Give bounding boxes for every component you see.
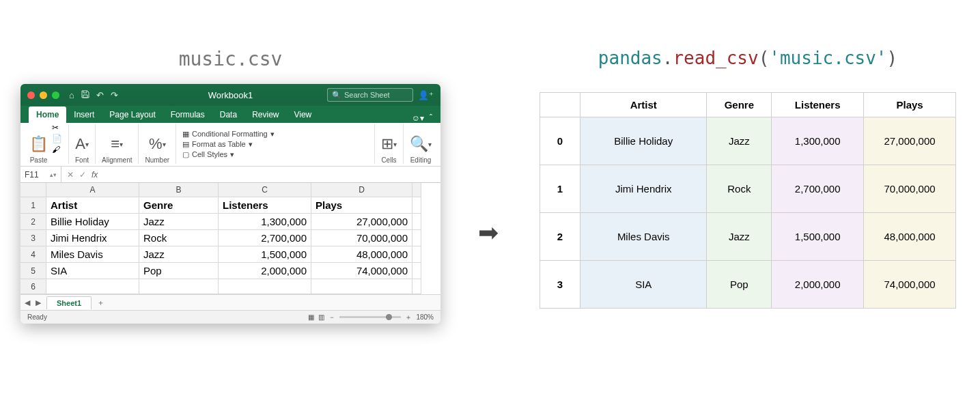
row-header[interactable]: 2 xyxy=(20,214,46,230)
cell[interactable]: Genre xyxy=(139,197,219,214)
accept-formula-icon[interactable]: ✓ xyxy=(79,170,86,180)
normal-view-icon[interactable]: ▦ xyxy=(308,313,314,321)
tab-formulas[interactable]: Formulas xyxy=(163,106,212,123)
cell[interactable] xyxy=(139,279,219,294)
cut-icon[interactable]: ✂ xyxy=(52,123,62,132)
cell[interactable]: Miles Davis xyxy=(46,246,139,263)
font-icon[interactable]: A▾ xyxy=(75,133,89,155)
zoom-slider[interactable] xyxy=(339,316,401,318)
cell[interactable]: Jimi Hendrix xyxy=(46,230,139,246)
paste-label: Paste xyxy=(30,156,48,164)
cells-label: Cells xyxy=(381,156,396,164)
sheet-nav-next-icon[interactable]: ▶ xyxy=(36,298,41,307)
minimize-icon[interactable] xyxy=(40,91,47,99)
format-painter-icon[interactable]: 🖌 xyxy=(52,145,62,154)
search-sheet-input[interactable]: 🔍 Search Sheet xyxy=(327,88,413,102)
share-icon[interactable]: ☺▾ xyxy=(412,113,424,123)
df-cell: 1,300,000 xyxy=(772,117,864,165)
cell[interactable]: Billie Holiday xyxy=(46,214,139,230)
select-all-corner[interactable] xyxy=(20,183,46,197)
tab-page-layout[interactable]: Page Layout xyxy=(102,106,163,123)
col-header-a[interactable]: A xyxy=(46,183,139,197)
cell[interactable] xyxy=(412,263,421,279)
df-cell: SIA xyxy=(580,261,707,309)
copy-icon[interactable]: 📄 xyxy=(52,134,62,143)
cell[interactable]: Artist xyxy=(46,197,139,214)
font-label: Font xyxy=(75,156,89,164)
spreadsheet-grid[interactable]: A B C D 1 Artist Genre Listeners Plays 2… xyxy=(20,183,440,294)
status-bar: Ready ▦ ▥ － ＋ 180% xyxy=(20,310,440,324)
tab-home[interactable]: Home xyxy=(29,106,66,123)
save-icon[interactable] xyxy=(81,90,89,100)
cell[interactable]: Pop xyxy=(139,263,219,279)
cell[interactable]: 27,000,000 xyxy=(311,214,412,230)
cell[interactable]: Listeners xyxy=(219,197,311,214)
cell[interactable] xyxy=(412,214,421,230)
tab-data[interactable]: Data xyxy=(212,106,244,123)
user-icon[interactable]: 👤⁺ xyxy=(418,90,434,100)
redo-icon[interactable]: ↷ xyxy=(111,90,118,100)
cancel-formula-icon[interactable]: ✕ xyxy=(67,170,74,180)
cell[interactable] xyxy=(412,246,421,263)
df-cell: Billie Holiday xyxy=(580,117,707,165)
fx-icon[interactable]: fx xyxy=(92,170,98,180)
cell[interactable] xyxy=(412,230,421,246)
cell[interactable]: SIA xyxy=(46,263,139,279)
cell[interactable]: Rock xyxy=(139,230,219,246)
tab-review[interactable]: Review xyxy=(244,106,286,123)
close-icon[interactable] xyxy=(27,91,35,99)
col-header-d[interactable]: D xyxy=(311,183,412,197)
row-header[interactable]: 5 xyxy=(20,263,46,279)
cell[interactable]: Jazz xyxy=(139,214,219,230)
cell[interactable] xyxy=(412,197,421,214)
editing-icon[interactable]: 🔍▾ xyxy=(410,133,432,155)
sheet-nav-prev-icon[interactable]: ◀ xyxy=(25,298,30,307)
alignment-icon[interactable]: ≡▾ xyxy=(111,133,123,155)
cell[interactable]: 2,000,000 xyxy=(219,263,311,279)
cell[interactable]: 2,700,000 xyxy=(219,230,311,246)
collapse-ribbon-icon[interactable]: ˆ xyxy=(430,113,432,123)
code-token: ( xyxy=(759,48,770,68)
home-icon[interactable]: ⌂ xyxy=(69,90,74,100)
tab-insert[interactable]: Insert xyxy=(66,106,102,123)
col-header-c[interactable]: C xyxy=(219,183,311,197)
cell[interactable]: 70,000,000 xyxy=(311,230,412,246)
cell-styles-button[interactable]: ▢Cell Styles ▾ xyxy=(182,150,234,159)
cell[interactable] xyxy=(412,279,421,294)
df-cell: 27,000,000 xyxy=(864,117,956,165)
cell[interactable]: Plays xyxy=(311,197,412,214)
zoom-icon[interactable] xyxy=(52,91,59,99)
name-box[interactable]: F11 ▴▾ xyxy=(20,167,61,182)
name-box-dropdown-icon[interactable]: ▴▾ xyxy=(50,171,57,178)
add-sheet-icon[interactable]: ＋ xyxy=(97,298,104,308)
paste-icon[interactable]: 📋 xyxy=(29,133,48,155)
zoom-in-icon[interactable]: ＋ xyxy=(405,313,412,322)
ribbon-clipboard: 📋 Paste ✂ 📄 🖌 xyxy=(23,124,69,164)
ribbon-tabs: Home Insert Page Layout Formulas Data Re… xyxy=(20,106,440,123)
row-header[interactable]: 4 xyxy=(20,246,46,263)
undo-icon[interactable]: ↶ xyxy=(96,90,104,100)
row-header-1[interactable]: 1 xyxy=(20,197,46,214)
cell[interactable] xyxy=(219,279,311,294)
cells-icon[interactable]: ⊞▾ xyxy=(381,133,397,155)
cell[interactable]: 48,000,000 xyxy=(311,246,412,263)
tab-view[interactable]: View xyxy=(286,106,319,123)
format-as-table-button[interactable]: ▤Format as Table ▾ xyxy=(182,140,253,149)
cell[interactable]: 74,000,000 xyxy=(311,263,412,279)
df-cell: 70,000,000 xyxy=(864,165,956,213)
conditional-formatting-button[interactable]: ▦Conditional Formatting ▾ xyxy=(182,130,275,139)
code-token: ) xyxy=(887,48,898,68)
cell[interactable]: Jazz xyxy=(139,246,219,263)
cell[interactable]: 1,300,000 xyxy=(219,214,311,230)
sheet-tab[interactable]: Sheet1 xyxy=(46,296,92,309)
cell[interactable] xyxy=(311,279,412,294)
number-icon[interactable]: %▾ xyxy=(149,133,166,155)
cell[interactable]: 1,500,000 xyxy=(219,246,311,263)
ribbon-alignment: ≡▾ Alignment xyxy=(96,124,139,164)
page-layout-icon[interactable]: ▥ xyxy=(318,313,324,321)
zoom-out-icon[interactable]: － xyxy=(328,313,335,322)
cell[interactable] xyxy=(46,279,139,294)
row-header[interactable]: 6 xyxy=(20,279,46,294)
col-header-b[interactable]: B xyxy=(139,183,219,197)
row-header[interactable]: 3 xyxy=(20,230,46,246)
